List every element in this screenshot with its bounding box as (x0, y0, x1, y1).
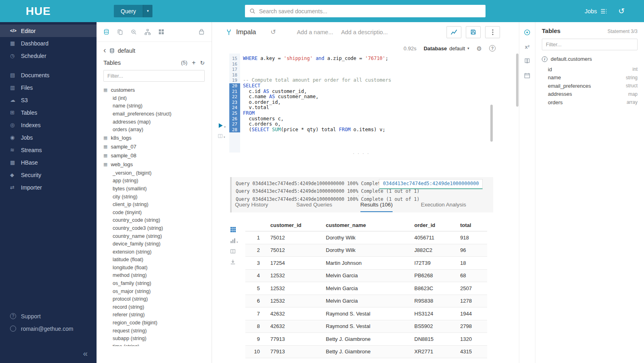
editor-format-icon[interactable] (218, 134, 225, 138)
functions-icon[interactable] (525, 44, 530, 50)
tree-column[interactable]: id (int) (103, 94, 205, 102)
tree-table-customers[interactable]: ▦customers (103, 85, 205, 94)
tab-query-history[interactable]: Query History (235, 202, 268, 212)
tree-column[interactable]: bytes (smallint) (103, 185, 205, 193)
new-query-button[interactable]: Query (114, 5, 152, 17)
editor-assistant-icon[interactable] (524, 29, 531, 36)
tree-table-web-logs[interactable]: ▦web_logs (103, 160, 205, 169)
sidebar-item-tables[interactable]: ⊞Tables (0, 106, 97, 119)
query-description-input[interactable] (341, 29, 390, 35)
query-name-input[interactable] (297, 29, 335, 35)
more-actions-button[interactable] (485, 26, 500, 38)
documents-copy-icon[interactable] (117, 29, 123, 35)
sidebar-item-editor[interactable]: </>Editor (0, 25, 97, 37)
results-row[interactable]: 842632Raymond S. VestalBS59022798 (245, 320, 487, 333)
tree-column[interactable]: _version_ (bigint) (103, 169, 205, 177)
sidebar-item-s3[interactable]: ☁S3 (0, 94, 97, 106)
tree-column[interactable]: addresses (map) (103, 118, 205, 126)
job-id-field[interactable]: 034d413ec7474ed5:4249de1000000000 (379, 179, 483, 189)
sessions-calendar-icon[interactable] (524, 72, 530, 78)
sidebar-item-jobs[interactable]: ◉Jobs (0, 131, 97, 144)
tree-column[interactable]: orders (array) (103, 126, 205, 134)
tree-column[interactable]: device_family (string) (103, 240, 205, 248)
query-history-panel-icon[interactable] (618, 7, 625, 15)
execute-button[interactable] (218, 122, 226, 129)
results-row[interactable]: 742632Raymond S. VestalHS31241944 (245, 307, 487, 320)
tree-column[interactable]: subapp (string) (103, 334, 205, 342)
results-row[interactable]: 612532Melvin GarciaR9S8381278 (245, 295, 487, 308)
tree-column[interactable]: record (string) (103, 303, 205, 311)
tab-saved-queries[interactable]: Saved Queries (296, 202, 332, 212)
results-row[interactable]: 275012Dorothy WilkJ882C296 (245, 244, 487, 257)
jobs-link[interactable]: Jobs (584, 8, 607, 14)
hue-logo[interactable]: HUE (0, 5, 97, 18)
main-scrollbar-thumb[interactable] (516, 54, 518, 107)
engine-selector[interactable]: Impala (225, 28, 256, 36)
results-row[interactable]: 977913Betty J. GiambroneDN88151320 (245, 333, 487, 346)
sidebar-item-security[interactable]: ◆Security (0, 169, 97, 181)
query-caret-icon[interactable] (143, 5, 152, 17)
tree-column[interactable]: longitude (float) (103, 264, 205, 272)
sidebar-item-dashboard[interactable]: ▦Dashboard (0, 37, 97, 50)
results-row[interactable]: 175012Dorothy Wilk4056711918 (245, 231, 487, 244)
databases-icon[interactable] (103, 29, 109, 35)
database-selector[interactable]: Database default (424, 45, 469, 52)
refresh-tables-icon[interactable] (200, 60, 205, 66)
grid-view-icon[interactable] (230, 227, 236, 233)
right-filter-input[interactable] (542, 39, 638, 50)
right-column-orders[interactable]: ordersarray (542, 98, 638, 107)
download-icon[interactable] (230, 259, 236, 265)
sidebar-item-streams[interactable]: ≋Streams (0, 144, 97, 156)
right-column-id[interactable]: idint (542, 65, 638, 74)
caret-down-icon[interactable] (237, 241, 238, 243)
back-chevron-icon[interactable] (103, 46, 106, 54)
resize-handle-top[interactable] (229, 152, 493, 155)
sidebar-item-user[interactable]: romain@gethue.com (0, 322, 97, 335)
editor-scrollbar-thumb[interactable] (490, 105, 493, 142)
database-breadcrumb[interactable]: default (118, 47, 136, 54)
tab-results-106[interactable]: Results (106) (360, 202, 393, 212)
tree-column[interactable]: city (string) (103, 193, 205, 201)
apps-grid-icon[interactable] (158, 29, 164, 35)
sidebar-item-documents[interactable]: ▤Documents (0, 69, 97, 81)
sidebar-item-indexes[interactable]: ◎Indexes (0, 119, 97, 131)
tree-column[interactable]: client_ip (string) (103, 200, 205, 208)
results-row[interactable]: 512532Melvin GarciaB8623C2507 (245, 282, 487, 295)
search-input[interactable] (259, 8, 481, 14)
tree-column[interactable]: latitude (float) (103, 256, 205, 264)
tree-column[interactable]: app (string) (103, 177, 205, 185)
sitemap-icon[interactable] (144, 29, 151, 35)
tree-column[interactable]: region_code (bigint) (103, 319, 205, 327)
add-table-icon[interactable] (192, 60, 195, 66)
tree-column[interactable]: name (string) (103, 102, 205, 110)
tree-table-k8s-logs[interactable]: ▦k8s_logs (103, 134, 205, 142)
tree-column[interactable]: method (string) (103, 272, 205, 280)
tree-column[interactable]: extension (string) (103, 248, 205, 256)
tree-column[interactable]: country_code3 (string) (103, 224, 205, 232)
results-row[interactable]: 1077913Betty J. GiambroneXR27714315 (245, 346, 487, 359)
chart-view-icon[interactable] (230, 238, 236, 243)
execute-options-caret[interactable] (224, 126, 226, 129)
resize-handle-bottom[interactable] (229, 194, 493, 198)
tree-column[interactable]: country_name (string) (103, 232, 205, 240)
tree-column[interactable]: protocol (string) (103, 295, 205, 303)
tree-column[interactable]: email_preferences (struct) (103, 110, 205, 118)
code-editor[interactable]: 1516171819202122232425262728 WHERE a.key… (229, 54, 493, 153)
active-table-row[interactable]: default.customers (542, 56, 638, 62)
info-icon[interactable] (542, 56, 547, 62)
collapse-sidebar-button[interactable] (83, 349, 88, 358)
right-column-email-preferences[interactable]: email_preferencesstruct (542, 82, 638, 90)
tree-column[interactable]: code (tinyint) (103, 208, 205, 217)
tree-table-sample-07[interactable]: ▦sample_07 (103, 142, 205, 151)
zoom-in-icon[interactable] (131, 29, 137, 35)
results-row[interactable]: 412532Melvin GarciaPB626868 (245, 270, 487, 283)
right-column-name[interactable]: namestring (542, 74, 638, 82)
save-button[interactable] (466, 26, 481, 38)
tree-column[interactable]: country_code (string) (103, 217, 205, 225)
right-column-addresses[interactable]: addressesmap (542, 90, 638, 99)
tab-execution-analysis[interactable]: Execution Analysis (421, 202, 466, 212)
sidebar-item-scheduler[interactable]: ◷Scheduler (0, 50, 97, 62)
bag-icon[interactable] (198, 29, 205, 35)
tree-column[interactable]: os_family (string) (103, 279, 205, 287)
tree-column[interactable]: referer (string) (103, 311, 205, 319)
